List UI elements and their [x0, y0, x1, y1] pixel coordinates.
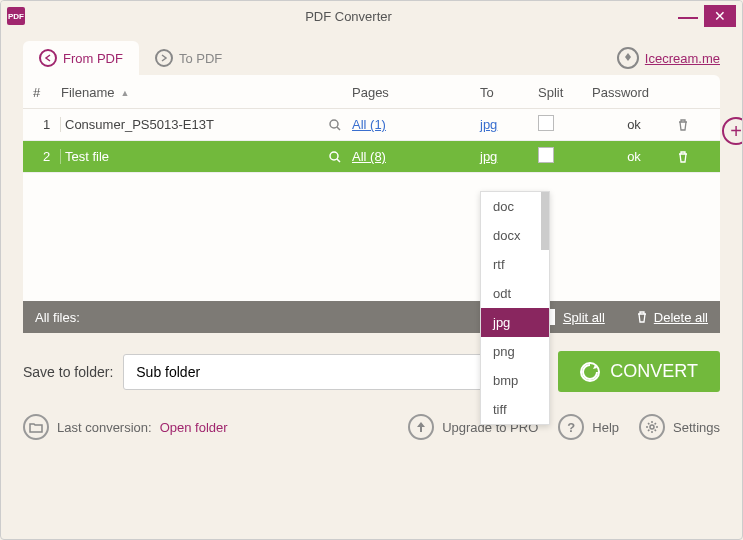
close-button[interactable]: ✕: [704, 5, 736, 27]
row-password: ok: [592, 117, 676, 132]
save-folder-input[interactable]: [123, 354, 500, 390]
folder-icon[interactable]: [23, 414, 49, 440]
settings-link[interactable]: Settings: [673, 420, 720, 435]
settings-icon[interactable]: [639, 414, 665, 440]
header-to[interactable]: To: [480, 85, 538, 100]
svg-point-2: [650, 425, 654, 429]
header-password[interactable]: Password: [592, 85, 676, 100]
table-header: # Filename ▲ Pages To Split Password: [23, 75, 720, 109]
tab-from-pdf[interactable]: From PDF: [23, 41, 139, 75]
delete-all-link[interactable]: Delete all: [635, 310, 708, 325]
titlebar: PDF PDF Converter — ✕: [1, 1, 742, 31]
row-filename: Consumer_PS5013-E13T: [65, 117, 352, 132]
convert-button[interactable]: CONVERT: [558, 351, 720, 392]
to-pdf-icon: [155, 49, 173, 67]
format-link[interactable]: jpg: [480, 117, 497, 132]
dropdown-option[interactable]: docx: [481, 221, 549, 250]
add-file-button[interactable]: +: [722, 117, 743, 145]
file-panel: # Filename ▲ Pages To Split Password 1 C…: [23, 75, 720, 333]
scrollbar[interactable]: [541, 192, 549, 250]
dropdown-option[interactable]: rtf: [481, 250, 549, 279]
tab-label: To PDF: [179, 51, 222, 66]
bottom-row: Last conversion: Open folder Upgrade to …: [1, 410, 742, 456]
pages-link[interactable]: All (1): [352, 117, 386, 132]
row-password: ok: [592, 149, 676, 164]
table-row[interactable]: 1 Consumer_PS5013-E13T All (1) jpg ok: [23, 109, 720, 141]
window-title: PDF Converter: [25, 9, 672, 24]
help-icon[interactable]: ?: [558, 414, 584, 440]
help-link[interactable]: Help: [592, 420, 619, 435]
tab-to-pdf[interactable]: To PDF: [139, 41, 238, 75]
split-checkbox[interactable]: [538, 115, 554, 131]
empty-area: [23, 173, 720, 301]
tab-label: From PDF: [63, 51, 123, 66]
tabs-row: From PDF To PDF Icecream.me: [1, 31, 742, 75]
header-split[interactable]: Split: [538, 85, 592, 100]
svg-point-0: [330, 120, 338, 128]
save-row: Save to folder: CONVERT: [1, 333, 742, 410]
pages-link[interactable]: All (8): [352, 149, 386, 164]
split-all-link[interactable]: Split all: [563, 310, 605, 325]
row-num: 1: [33, 117, 61, 132]
brand-icon: [617, 47, 639, 69]
dropdown-option[interactable]: png: [481, 337, 549, 366]
convert-icon: [580, 362, 600, 382]
open-folder-link[interactable]: Open folder: [160, 420, 228, 435]
upgrade-icon[interactable]: [408, 414, 434, 440]
dropdown-option[interactable]: doc: [481, 192, 549, 221]
last-conversion-label: Last conversion:: [57, 420, 152, 435]
footer-bar: All files: Split all Delete all: [23, 301, 720, 333]
minimize-button[interactable]: —: [672, 5, 704, 27]
trash-icon[interactable]: [676, 118, 710, 132]
svg-point-1: [330, 152, 338, 160]
dropdown-option[interactable]: odt: [481, 279, 549, 308]
format-dropdown: docdocxrtfodtjpgpngbmptiff: [480, 191, 550, 425]
brand-link[interactable]: Icecream.me: [617, 47, 720, 69]
table-row[interactable]: 2 Test file All (8) jpg ok: [23, 141, 720, 173]
row-num: 2: [33, 149, 61, 164]
preview-icon[interactable]: [328, 150, 342, 164]
dropdown-option[interactable]: bmp: [481, 366, 549, 395]
brand-label: Icecream.me: [645, 51, 720, 66]
header-pages[interactable]: Pages: [352, 85, 480, 100]
header-filename[interactable]: Filename ▲: [61, 85, 352, 100]
trash-icon: [635, 310, 649, 324]
all-files-label: All files:: [35, 310, 80, 325]
dropdown-option[interactable]: jpg: [481, 308, 549, 337]
preview-icon[interactable]: [328, 118, 342, 132]
save-label: Save to folder:: [23, 364, 113, 380]
header-num[interactable]: #: [33, 85, 61, 100]
split-checkbox[interactable]: [538, 147, 554, 163]
app-icon: PDF: [7, 7, 25, 25]
row-filename: Test file: [65, 149, 352, 164]
sort-asc-icon: ▲: [120, 88, 129, 98]
dropdown-option[interactable]: tiff: [481, 395, 549, 424]
trash-icon[interactable]: [676, 150, 710, 164]
format-link[interactable]: jpg: [480, 149, 497, 164]
from-pdf-icon: [39, 49, 57, 67]
window-buttons: — ✕: [672, 5, 736, 27]
